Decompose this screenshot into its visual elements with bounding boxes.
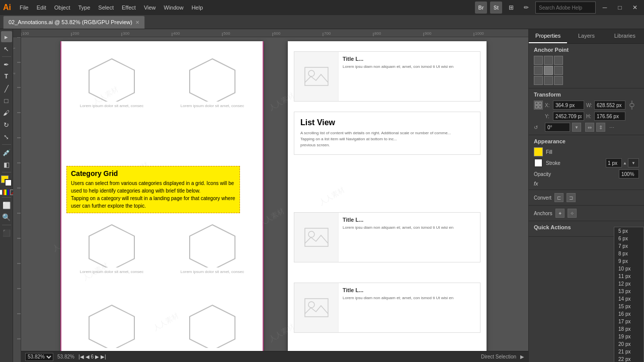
menu-window[interactable]: Window (160, 4, 187, 12)
menu-edit[interactable]: Edit (33, 4, 50, 12)
type-tool[interactable]: T (1, 71, 12, 82)
px-item-9px[interactable]: 9 px (614, 257, 643, 265)
maximize-btn[interactable]: □ (614, 2, 626, 14)
px-item-7px[interactable]: 7 px (614, 242, 643, 250)
anchor-btn-2[interactable]: ✧ (568, 209, 577, 218)
pen-tool[interactable]: ✒ (1, 59, 12, 70)
bridge-btn[interactable]: Br (475, 2, 487, 14)
link-wh-icon[interactable] (627, 101, 636, 110)
menu-effect[interactable]: Effect (118, 4, 139, 12)
anchor-bc[interactable] (544, 76, 553, 85)
px-item-17px[interactable]: 17 px (614, 318, 643, 325)
menu-file[interactable]: File (16, 4, 32, 12)
transform-icon (534, 101, 543, 110)
anchor-br[interactable] (554, 76, 563, 85)
fill-color-swatch[interactable] (534, 147, 543, 156)
convert-label: Convert (534, 195, 551, 201)
px-item-21px[interactable]: 21 px (614, 348, 643, 355)
px-item-15px[interactable]: 15 px (614, 303, 643, 310)
scale-tool[interactable]: ⤡ (1, 131, 12, 142)
px-item-22px[interactable]: 22 px (614, 355, 643, 362)
flip-v-btn[interactable]: ⇕ (596, 123, 605, 132)
document-tab[interactable]: 02_Annotations.ai @ 53.82% (RGB/GPU Prev… (3, 16, 145, 29)
close-btn[interactable]: ✕ (629, 2, 641, 14)
menu-object[interactable]: Object (51, 4, 74, 12)
px-item-6px[interactable]: 6 px (614, 235, 643, 242)
stroke-input[interactable] (606, 158, 622, 167)
right-card-3: Title L... Lorem ipsu diam non aliquam e… (294, 283, 480, 333)
px-item-13px[interactable]: 13 px (614, 288, 643, 295)
artboard-area[interactable]: 人人素材 人人素材 人人素材 人人素材 人人素材 人人素材 人人素材 人人素材 (21, 37, 528, 362)
h-input[interactable] (594, 112, 625, 121)
anchors-row: Anchors ✦ ✧ (534, 209, 639, 218)
fx-row: fx (534, 180, 639, 187)
px-item-16px[interactable]: 16 px (614, 310, 643, 318)
nav-first[interactable]: |◀ (78, 354, 84, 359)
nav-prev[interactable]: ◀ (86, 354, 90, 359)
zoom-select[interactable]: 53.82% (25, 353, 53, 361)
px-item-12px[interactable]: 12 px (614, 280, 643, 288)
flip-h-btn[interactable]: ⇔ (585, 123, 594, 132)
select-tool[interactable]: ▸ (1, 31, 12, 42)
brush-tool[interactable]: 🖌 (1, 107, 12, 118)
x-input[interactable] (553, 101, 584, 110)
rotate-tool[interactable]: ↻ (1, 119, 12, 130)
main-layout: ▸ ↖ ✒ T ╱ □ 🖌 ↻ ⤡ 💉 ◧ ⬜ 🔍 ⬛ (0, 29, 644, 362)
gradient-tool[interactable]: ◧ (1, 159, 12, 170)
tab-properties[interactable]: Properties (529, 29, 567, 43)
px-item-11px[interactable]: 11 px (614, 273, 643, 280)
anchor-btn-1[interactable]: ✦ (555, 209, 565, 218)
gradient-btn[interactable] (4, 190, 9, 195)
convert-btn-1[interactable]: ⊏ (554, 193, 564, 202)
more-options-btn[interactable]: ⋯ (607, 123, 616, 132)
nav-next[interactable]: ▶ (95, 354, 99, 359)
stroke-color-swatch[interactable] (534, 158, 543, 167)
line-tool[interactable]: ╱ (1, 83, 12, 94)
tool-sep-5 (2, 225, 11, 225)
px-item-19px[interactable]: 19 px (614, 333, 643, 340)
stroke-swatch[interactable] (5, 179, 12, 187)
px-item-18px[interactable]: 18 px (614, 325, 643, 333)
stroke-unit-dropdown[interactable]: ▼ (628, 158, 639, 167)
convert-btn-2[interactable]: ⊐ (567, 193, 576, 202)
search-icon[interactable]: Search Adobe Help (535, 2, 596, 14)
stock-btn[interactable]: St (490, 2, 502, 14)
tab-close-btn[interactable]: ✕ (135, 20, 139, 25)
none-btn[interactable] (0, 190, 3, 195)
anchor-mc[interactable] (544, 66, 553, 75)
zoom-tool[interactable]: 🔍 (1, 212, 12, 223)
anchor-tc[interactable] (544, 56, 553, 65)
nav-last[interactable]: ▶| (101, 354, 106, 359)
angle-input[interactable] (545, 123, 570, 132)
tab-libraries[interactable]: Libraries (606, 29, 644, 43)
grid-icon[interactable]: ⊞ (505, 2, 517, 14)
brush-icon[interactable]: ✏ (520, 2, 532, 14)
tab-layers[interactable]: Layers (567, 29, 605, 43)
px-item-5px[interactable]: 5 px (614, 227, 643, 235)
menu-select[interactable]: Select (95, 4, 117, 12)
opacity-input[interactable] (619, 169, 639, 178)
anchor-ml[interactable] (534, 66, 543, 75)
svg-text:2: 2 (13, 72, 16, 74)
px-item-8px[interactable]: 8 px (614, 250, 643, 257)
minimize-btn[interactable]: ─ (599, 2, 611, 14)
menu-help[interactable]: Help (188, 4, 207, 12)
w-input[interactable] (594, 101, 625, 110)
menu-view[interactable]: View (140, 4, 159, 12)
px-item-20px[interactable]: 20 px (614, 340, 643, 348)
transform-grid-icon (535, 102, 542, 109)
eyedropper-tool[interactable]: 💉 (1, 147, 12, 158)
direct-select-tool[interactable]: ↖ (1, 43, 12, 54)
anchor-mr[interactable] (554, 66, 563, 75)
rect-tool[interactable]: □ (1, 95, 12, 106)
y-input[interactable] (553, 112, 584, 121)
angle-dropdown[interactable]: ▼ (572, 123, 581, 132)
px-item-10px[interactable]: 10 px (614, 265, 643, 273)
anchor-tl[interactable] (534, 56, 543, 65)
anchor-tr[interactable] (554, 56, 563, 65)
artboard-tool[interactable]: ⬜ (1, 200, 12, 211)
px-item-14px[interactable]: 14 px (614, 295, 643, 303)
menu-type[interactable]: Type (75, 4, 94, 12)
frame-tool[interactable]: ⬛ (1, 227, 12, 238)
anchor-bl[interactable] (534, 76, 543, 85)
